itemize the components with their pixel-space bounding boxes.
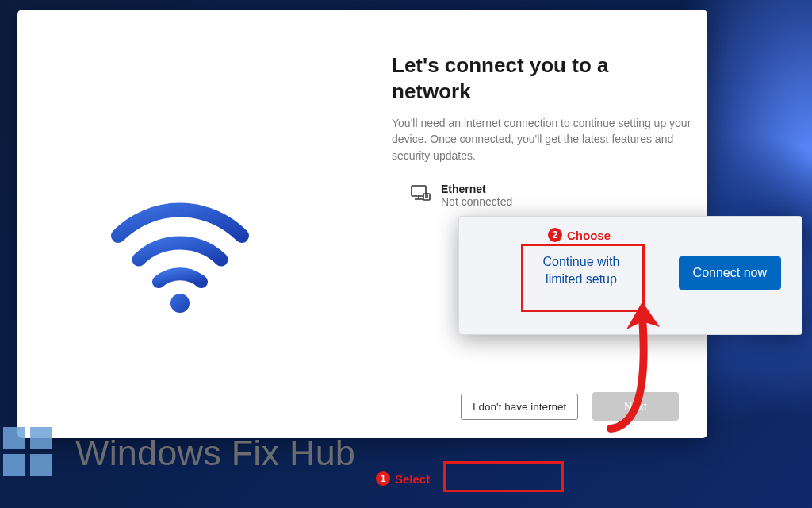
annotation-number-1: 1 — [376, 471, 390, 486]
next-button[interactable]: Next — [592, 392, 679, 421]
annotation-label-2: Choose — [567, 229, 611, 242]
content-pane: Let's connect you to a network You'll ne… — [392, 52, 691, 208]
annotation-tag-2: 2 Choose — [548, 228, 611, 242]
annotation-tag-1: 1 Select — [376, 471, 430, 486]
annotation-number-2: 2 — [548, 228, 562, 242]
no-internet-button[interactable]: I don't have internet — [461, 394, 578, 420]
watermark-logo-icon — [3, 427, 52, 476]
ethernet-icon — [409, 183, 431, 208]
button-row: I don't have internet Next — [17, 392, 707, 421]
connect-now-button[interactable]: Connect now — [679, 256, 781, 290]
connect-popup: Continue with limited setup Connect now … — [458, 216, 802, 335]
continue-limited-button[interactable]: Continue with limited setup — [530, 253, 632, 287]
network-status: Not connected — [441, 195, 512, 208]
watermark-text: Windows Fix Hub — [75, 433, 355, 474]
page-subtitle: You'll need an internet connection to co… — [392, 115, 691, 164]
page-title: Let's connect you to a network — [392, 52, 691, 104]
network-item-ethernet[interactable]: Ethernet Not connected — [409, 183, 691, 208]
annotation-label-1: Select — [395, 472, 430, 486]
network-name: Ethernet — [441, 183, 512, 195]
wifi-icon — [109, 196, 251, 318]
svg-point-0 — [170, 294, 190, 313]
